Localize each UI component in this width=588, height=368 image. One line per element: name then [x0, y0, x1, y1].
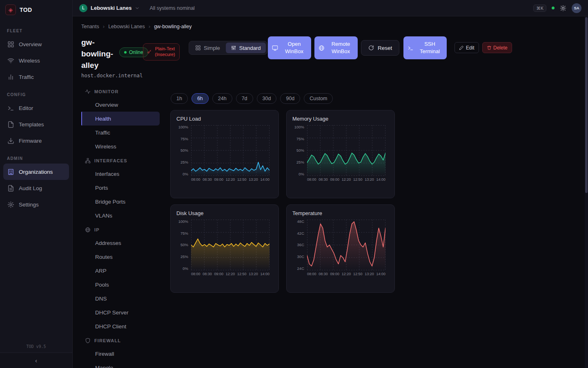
breadcrumb-lebowski-lanes[interactable]: Lebowski Lanes [108, 24, 145, 29]
breadcrumb-separator: › [103, 23, 105, 29]
y-axis-labels: 100%75%50%25%0% [176, 220, 191, 270]
theme-toggle-sun-icon[interactable] [560, 5, 566, 11]
tenant-switcher[interactable]: L Lebowski Lanes [79, 4, 140, 12]
sidebar-nav: FLEETOverviewWirelessTrafficCONFIGEditor… [0, 20, 72, 341]
scrollbar-thumb[interactable] [585, 17, 588, 193]
app-logo-icon: ◈ [5, 4, 16, 15]
subnav-item-overview[interactable]: Overview [81, 98, 160, 112]
time-range-1h[interactable]: 1h [171, 93, 188, 104]
cpu-line-chart [191, 125, 270, 176]
subnav-item-interfaces[interactable]: Interfaces [81, 167, 160, 181]
time-range-90d[interactable]: 90d [280, 93, 300, 104]
subnav-item-routes[interactable]: Routes [81, 250, 160, 264]
chart-title: CPU Load [176, 116, 273, 122]
y-tick-label: 24C [297, 267, 304, 271]
subnav-item-ports[interactable]: Ports [81, 181, 160, 195]
x-tick-label: 09:00 [214, 272, 223, 276]
sidebar-item-audit-log[interactable]: Audit Log [3, 180, 69, 196]
subnav-item-mangle[interactable]: Mangle [81, 361, 160, 368]
building-icon [7, 168, 14, 175]
open-winbox-button[interactable]: Open WinBox [268, 36, 311, 59]
sidebar-item-traffic[interactable]: Traffic [3, 69, 69, 85]
sidebar-item-firmware[interactable]: Firmware [3, 132, 69, 149]
sidebar-item-label: Templates [19, 121, 44, 128]
ssh-terminal-button[interactable]: SSH Terminal [403, 36, 447, 59]
app-title: TOD [20, 7, 32, 13]
x-axis-labels: 08:0008:3009:0012:2012:5013:2014:00 [307, 272, 385, 276]
x-tick-label: 14:00 [376, 272, 385, 276]
command-palette-shortcut[interactable]: ⌘K [533, 4, 546, 12]
open-winbox-label: Open WinBox [281, 40, 307, 55]
subnav-section-interfaces: INTERFACES [81, 155, 160, 167]
sidebar-item-organizations[interactable]: Organizations [3, 164, 69, 180]
file-icon [7, 121, 14, 128]
x-tick-label: 12:20 [342, 272, 351, 276]
subnav-item-vlans[interactable]: VLANs [81, 209, 160, 222]
subnav-item-wireless[interactable]: Wireless [81, 139, 160, 153]
time-range-7d[interactable]: 7d [236, 93, 253, 104]
monitor-icon [272, 45, 278, 51]
activity-icon [85, 89, 91, 94]
delete-button[interactable]: Delete [482, 42, 512, 53]
device-subnav: MONITOROverviewHealthTrafficWirelessINTE… [81, 84, 160, 368]
x-tick-label: 09:00 [330, 177, 339, 182]
breadcrumb-separator: › [149, 23, 150, 29]
sidebar-item-label: Firmware [19, 138, 42, 144]
remote-winbox-label: Remote WinBox [328, 40, 354, 55]
subnav-section-firewall: FIREWALL [81, 334, 160, 347]
time-range-6h[interactable]: 6h [192, 93, 209, 104]
subnav-section-label: IP [94, 227, 100, 232]
sliders-icon [231, 45, 236, 51]
chart-title: Memory Usage [292, 116, 389, 122]
charts-grid: CPU Load 100%75%50%25%0% 08:0008:3009:00… [170, 110, 395, 293]
subnav-item-dhcp-server[interactable]: DHCP Server [81, 305, 160, 319]
globe-icon [318, 45, 325, 51]
remote-winbox-button[interactable]: Remote WinBox [314, 36, 358, 59]
breadcrumb-tenants[interactable]: Tenants [81, 24, 99, 29]
subnav-item-addresses[interactable]: Addresses [81, 236, 160, 250]
subnav-item-firewall[interactable]: Firewall [81, 347, 160, 361]
sidebar-section-admin: ADMIN [7, 156, 65, 161]
page-scrollbar[interactable] [585, 16, 588, 368]
time-range-custom[interactable]: Custom [304, 93, 333, 104]
subnav-section-label: INTERFACES [94, 158, 127, 163]
subnav-item-dhcp-client[interactable]: DHCP Client [81, 319, 160, 333]
subnav-item-health[interactable]: Health [81, 112, 160, 126]
sidebar-item-settings[interactable]: Settings [3, 196, 69, 213]
app-logo[interactable]: ◈ TOD [0, 0, 72, 20]
user-avatar[interactable]: SA [572, 3, 581, 13]
time-range-30d[interactable]: 30d [257, 93, 277, 104]
download-icon [7, 137, 14, 144]
terminal-icon [7, 105, 14, 112]
chart-card-memory-usage: Memory Usage 100%75%50%25%0% 08:0008:300… [286, 110, 395, 198]
y-tick-label: 50% [180, 148, 188, 153]
y-tick-label: 100% [178, 220, 188, 224]
sidebar-item-overview[interactable]: Overview [3, 36, 69, 52]
sidebar-item-wireless[interactable]: Wireless [3, 52, 69, 69]
sidebar-item-editor[interactable]: Editor [3, 100, 69, 116]
subnav-item-dns[interactable]: DNS [81, 292, 160, 305]
disk-line-chart [191, 220, 270, 270]
subnav-item-bridge-ports[interactable]: Bridge Ports [81, 195, 160, 209]
chart-card-temperature: Temperature 48C42C36C30C24C 08:0008:3009… [286, 204, 395, 293]
subnav-item-arp[interactable]: ARP [81, 264, 160, 278]
reset-label: Reset [378, 45, 392, 51]
y-axis-labels: 100%75%50%25%0% [292, 125, 307, 176]
subnav-item-traffic[interactable]: Traffic [81, 126, 160, 139]
y-axis-labels: 100%75%50%25%0% [176, 125, 191, 176]
mode-simple-option[interactable]: Simple [190, 43, 225, 53]
time-range-24h[interactable]: 24h [212, 93, 232, 104]
trash-icon [487, 45, 492, 50]
sidebar-item-label: Settings [19, 202, 39, 208]
insecure-key-icon [147, 49, 152, 54]
sidebar-collapse-button[interactable]: ‹ [0, 352, 72, 368]
reset-button[interactable]: Reset [361, 40, 399, 56]
x-tick-label: 08:00 [307, 177, 316, 182]
mode-standard-option[interactable]: Standard [226, 43, 266, 53]
subnav-item-pools[interactable]: Pools [81, 278, 160, 292]
mode-simple-label: Simple [204, 45, 220, 51]
y-tick-label: 50% [180, 243, 188, 247]
mode-standard-label: Standard [239, 45, 261, 51]
edit-button[interactable]: Edit [454, 42, 479, 53]
sidebar-item-templates[interactable]: Templates [3, 116, 69, 132]
